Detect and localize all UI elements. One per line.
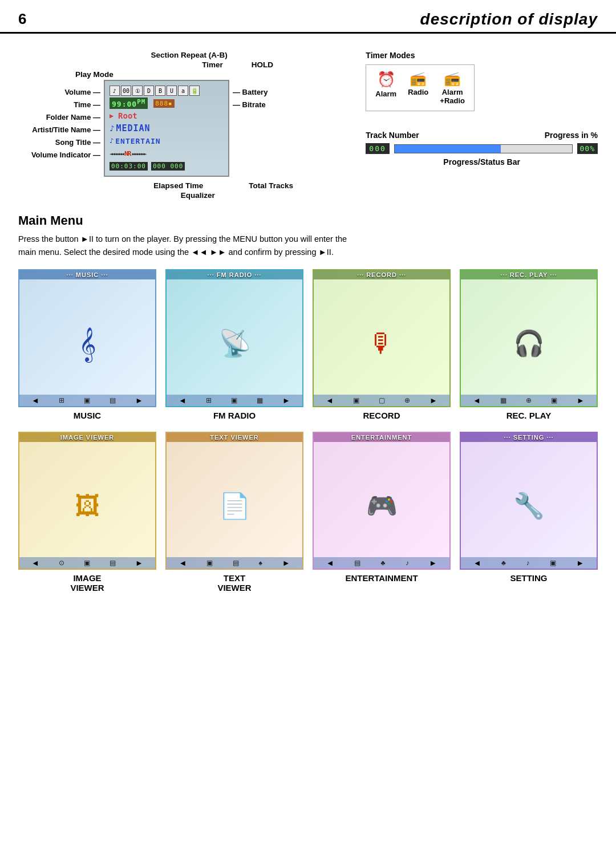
text-viewer-label: TEXTVIEWER — [217, 573, 251, 593]
right-info: Timer Modes ⏰ Alarm 📻 Radio 📻 — [366, 51, 598, 200]
image-viewer-card-header: IMAGE VIEWER — [19, 433, 155, 442]
lcd-screen: ♪ 00 ① D B U a 🔋 99:00PM 888▪ — [104, 80, 229, 177]
radio-icon: 📻 — [410, 71, 427, 87]
progress-labels-row: Track Number Progress in % — [366, 131, 598, 140]
lcd-elapsed: 00:03:00 — [110, 162, 148, 171]
track-number-value: 000 — [366, 143, 389, 154]
lcd-bottom-row: 00:03:00 000 000 — [110, 160, 224, 172]
text-viewer-icon: 📄 — [219, 493, 250, 518]
desc-line1: Press the button ►II to turn on the play… — [18, 234, 347, 244]
play-mode-label: Play Mode — [75, 70, 114, 79]
music-footer-3: ▤ — [110, 396, 116, 404]
lcd-time-row: 99:00PM 888▪ — [110, 97, 224, 109]
lcd-time: 99:00PM — [110, 98, 148, 109]
lcd-bitrate: 888▪ — [153, 99, 175, 108]
radio-footer-prev: ◄ — [179, 396, 187, 405]
entertainment-card-header: ENTERTAINMENT — [314, 433, 449, 442]
hold-label: HOLD — [252, 60, 273, 69]
setting-icon: 🔧 — [513, 493, 545, 518]
menu-card-image-viewer[interactable]: IMAGE VIEWER 🖼 ◄ ⊙ ▣ ▤ ► — [18, 432, 156, 570]
music-footer-prev: ◄ — [31, 396, 39, 405]
record-footer-2: ▢ — [379, 396, 385, 404]
setting-footer-prev: ◄ — [473, 558, 481, 567]
menu-card-record[interactable]: ··· RECORD ··· 🎙 ◄ ▣ ▢ ⊕ ► — [313, 269, 451, 407]
menu-item-rec-play[interactable]: ··· REC. PLAY ··· 🎧 ◄ ▦ ⊕ ▣ ► REC. PLAY — [460, 269, 598, 420]
imgviewer-footer-3: ▤ — [110, 559, 116, 567]
menu-card-setting[interactable]: ··· SETTING ··· 🔧 ◄ ♣ ♪ ▣ ► — [460, 432, 598, 570]
vol-indicator-label: Volume Indicator — — [31, 148, 104, 161]
setting-footer-next: ► — [576, 558, 584, 567]
recplay-footer-next: ► — [577, 396, 585, 405]
menu-item-fm-radio[interactable]: ··· FM RADIO ··· 📡 ◄ ⊞ ▣ ▦ ► FM RADIO — [165, 269, 303, 420]
radio-footer-2: ▣ — [231, 396, 237, 404]
page-number: 6 — [18, 10, 26, 28]
image-viewer-icon: 🖼 — [75, 493, 100, 518]
page-header: 6 description of display — [0, 0, 616, 34]
lcd-icon-6: U — [167, 86, 177, 96]
menu-item-entertainment[interactable]: ENTERTAINMENT 🎮 ◄ ▤ ♣ ♪ ► ENTERTAINMENT — [313, 432, 451, 593]
music-label: MUSIC — [74, 411, 101, 420]
fm-radio-card-footer: ◄ ⊞ ▣ ▦ ► — [167, 395, 302, 406]
recplay-footer-1: ▦ — [500, 396, 506, 404]
entertainment-icon: 🎮 — [366, 493, 398, 518]
page-content: Section Repeat (A-B) Timer HOLD Play Mod… — [0, 34, 616, 604]
timer-mode-radio: 📻 Radio — [408, 71, 428, 96]
imgviewer-footer-2: ▣ — [84, 559, 90, 567]
entertain-footer-3: ♪ — [406, 559, 409, 567]
menu-card-text-viewer[interactable]: TEXT VIEWER 📄 ◄ ▣ ▤ ♠ ► — [165, 432, 303, 570]
menu-item-text-viewer[interactable]: TEXT VIEWER 📄 ◄ ▣ ▤ ♠ ► TEXTVIEWER — [165, 432, 303, 593]
rec-play-card-header: ··· REC. PLAY ··· — [461, 270, 597, 279]
menu-item-setting[interactable]: ··· SETTING ··· 🔧 ◄ ♣ ♪ ▣ ► SETTING — [460, 432, 598, 593]
setting-card-header: ··· SETTING ··· — [461, 433, 597, 442]
record-card-footer: ◄ ▣ ▢ ⊕ ► — [314, 395, 449, 406]
entertainment-label: ENTERTAINMENT — [345, 573, 418, 583]
recplay-footer-prev: ◄ — [473, 396, 481, 405]
menu-item-record[interactable]: ··· RECORD ··· 🎙 ◄ ▣ ▢ ⊕ ► RECORD — [313, 269, 451, 420]
entertain-footer-next: ► — [429, 558, 437, 567]
record-footer-3: ⊕ — [404, 396, 410, 404]
setting-footer-2: ♪ — [526, 559, 529, 567]
menu-card-rec-play[interactable]: ··· REC. PLAY ··· 🎧 ◄ ▦ ⊕ ▣ ► — [460, 269, 598, 407]
rec-play-label: REC. PLAY — [506, 411, 552, 420]
menu-card-entertainment[interactable]: ENTERTAINMENT 🎮 ◄ ▤ ♣ ♪ ► — [313, 432, 451, 570]
total-tracks-label: Total Tracks — [249, 181, 293, 190]
imgviewer-footer-1: ⊙ — [59, 559, 64, 567]
lcd-icon-1: ♪ — [110, 86, 120, 96]
music-icon: 𝄞 — [79, 329, 96, 359]
menu-item-music[interactable]: ··· MUSIC ··· 𝄞 ◄ ⊞ ▣ ▤ ► MUSIC — [18, 269, 156, 420]
volume-label: Volume — — [64, 86, 104, 98]
txtviewer-footer-3: ♠ — [259, 559, 262, 567]
fm-radio-card-header: ··· FM RADIO ··· — [167, 270, 302, 279]
time-label: Time — — [74, 98, 104, 111]
lcd-icon-2: 00 — [121, 86, 131, 96]
section-repeat-label: Section Repeat (A-B) — [151, 51, 228, 59]
imgviewer-footer-prev: ◄ — [31, 558, 39, 567]
timer-modes-box: ⏰ Alarm 📻 Radio 📻 Alarm+Radio — [366, 64, 475, 111]
recplay-footer-2: ⊕ — [526, 396, 532, 404]
desc-line2: main menu. Select the desired mode using… — [18, 248, 334, 257]
timer-modes-icons: ⏰ Alarm 📻 Radio 📻 Alarm+Radio — [375, 71, 465, 105]
menu-card-fm-radio[interactable]: ··· FM RADIO ··· 📡 ◄ ⊞ ▣ ▦ ► — [165, 269, 303, 407]
record-footer-next: ► — [429, 396, 437, 405]
record-footer-prev: ◄ — [326, 396, 334, 405]
record-footer-1: ▣ — [353, 396, 359, 404]
lcd-icon-4: D — [144, 86, 154, 96]
txtviewer-footer-2: ▤ — [233, 559, 239, 567]
entertainment-card-footer: ◄ ▤ ♣ ♪ ► — [314, 557, 449, 569]
alarm-icon: ⏰ — [377, 71, 395, 88]
menu-item-image-viewer[interactable]: IMAGE VIEWER 🖼 ◄ ⊙ ▣ ▤ ► IMAGEVIEWER — [18, 432, 156, 593]
rec-play-card-footer: ◄ ▦ ⊕ ▣ ► — [461, 395, 597, 406]
elapsed-time-label: Elapsed Time — [153, 181, 203, 190]
lcd-folder: ▶ Root — [110, 109, 224, 122]
menu-card-music[interactable]: ··· MUSIC ··· 𝄞 ◄ ⊞ ▣ ▤ ► — [18, 269, 156, 407]
timer-modes-section: Timer Modes ⏰ Alarm 📻 Radio 📻 — [366, 51, 598, 111]
equalizer-label: Equalizer — [18, 191, 343, 200]
progress-bar — [394, 144, 573, 153]
setting-card-footer: ◄ ♣ ♪ ▣ ► — [461, 557, 597, 569]
progress-status-label: Progress/Status Bar — [366, 157, 598, 167]
radio-label: Radio — [408, 88, 428, 96]
main-menu-description: Press the button ►II to turn on the play… — [18, 233, 598, 259]
record-icon: 🎙 — [368, 330, 395, 356]
radio-footer-next: ► — [282, 396, 290, 405]
progress-section: Track Number Progress in % 000 00% Progr… — [366, 131, 598, 167]
